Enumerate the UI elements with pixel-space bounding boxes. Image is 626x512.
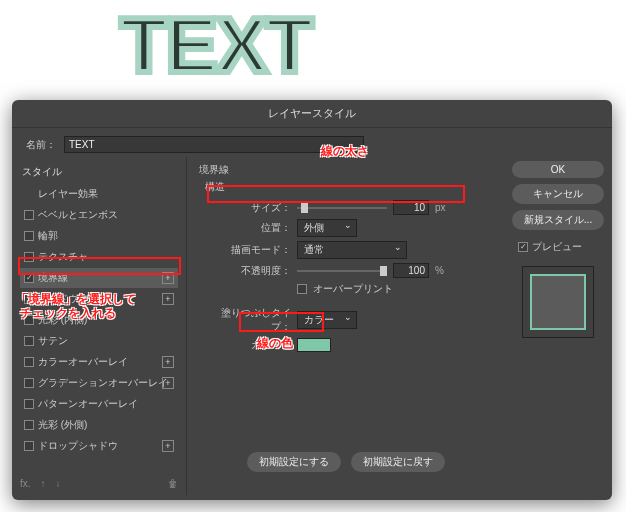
sidebar-item-label: 光彩 (内側) [38, 313, 87, 327]
sample-text: TEXT [120, 0, 311, 91]
size-slider[interactable] [297, 207, 387, 209]
down-icon[interactable]: ↓ [56, 478, 61, 489]
sidebar-item-6[interactable]: 光彩 (内側) [20, 310, 178, 330]
name-input[interactable] [64, 136, 364, 153]
sidebar-item-label: サテン [38, 334, 68, 348]
position-label: 位置： [211, 221, 291, 235]
make-default-button[interactable]: 初期設定にする [247, 452, 341, 472]
sidebar-footer: fx. ↑ ↓ 🗑 [20, 478, 178, 489]
up-icon[interactable]: ↑ [41, 478, 46, 489]
checkbox-icon[interactable] [24, 420, 34, 430]
sidebar-item-label: パターンオーバーレイ [38, 397, 138, 411]
sidebar-item-label: 光彩 (外側) [38, 418, 87, 432]
ok-button[interactable]: OK [512, 161, 604, 178]
sidebar-item-1[interactable]: ベベルとエンボス [20, 205, 178, 225]
sidebar-item-8[interactable]: カラーオーバーレイ+ [20, 352, 178, 372]
checkbox-icon[interactable] [24, 399, 34, 409]
sidebar-item-3[interactable]: テクスチャ [20, 247, 178, 267]
size-label: サイズ： [211, 201, 291, 215]
color-label: カラー： [211, 338, 291, 352]
section-heading: 境界線 [197, 163, 494, 177]
size-row: サイズ： 10 px [211, 200, 494, 215]
checkbox-icon[interactable] [24, 273, 34, 283]
plus-icon[interactable]: + [162, 293, 174, 305]
checkbox-icon[interactable] [24, 210, 34, 220]
opacity-input[interactable]: 100 [393, 263, 429, 278]
sidebar-item-label: 輪郭 [38, 229, 58, 243]
blend-dropdown[interactable]: 通常 [297, 241, 407, 259]
checkbox-icon[interactable] [24, 294, 34, 304]
opacity-unit: % [435, 265, 444, 276]
size-unit: px [435, 202, 446, 213]
cancel-button[interactable]: キャンセル [512, 184, 604, 204]
styles-sidebar: スタイル レイヤー効果ベベルとエンボス輪郭テクスチャ境界線+シャドウ (内側)+… [12, 157, 187, 495]
preview-checkbox[interactable] [518, 242, 528, 252]
plus-icon[interactable]: + [162, 377, 174, 389]
layer-style-dialog: レイヤースタイル 名前： スタイル レイヤー効果ベベルとエンボス輪郭テクスチャ境… [12, 100, 612, 500]
sidebar-item-label: グラデーションオーバーレイ [38, 376, 168, 390]
sidebar-item-11[interactable]: 光彩 (外側) [20, 415, 178, 435]
color-swatch[interactable] [297, 338, 331, 352]
sidebar-item-label: シャドウ (内側) [38, 292, 107, 306]
sidebar-item-label: 境界線 [38, 271, 68, 285]
sidebar-item-12[interactable]: ドロップシャドウ+ [20, 436, 178, 456]
position-dropdown[interactable]: 外側 [297, 219, 357, 237]
new-style-button[interactable]: 新規スタイル... [512, 210, 604, 230]
sidebar-item-label: カラーオーバーレイ [38, 355, 128, 369]
sidebar-item-2[interactable]: 輪郭 [20, 226, 178, 246]
sidebar-item-label: レイヤー効果 [38, 187, 98, 201]
styles-heading: スタイル [20, 161, 178, 183]
sidebar-item-label: テクスチャ [38, 250, 88, 264]
structure-heading: 構造 [197, 180, 494, 194]
filltype-dropdown[interactable]: カラー [297, 311, 357, 329]
sidebar-item-4[interactable]: 境界線+ [20, 268, 178, 288]
checkbox-icon[interactable] [24, 231, 34, 241]
opacity-slider[interactable] [297, 270, 387, 272]
sidebar-item-0[interactable]: レイヤー効果 [20, 184, 178, 204]
right-panel: OK キャンセル 新規スタイル... プレビュー [504, 157, 612, 495]
overprint-label: オーバープリント [313, 282, 393, 296]
sidebar-item-5[interactable]: シャドウ (内側)+ [20, 289, 178, 309]
preview-label: プレビュー [532, 240, 582, 254]
plus-icon[interactable]: + [162, 356, 174, 368]
preview-box [522, 266, 594, 338]
trash-icon[interactable]: 🗑 [168, 478, 178, 489]
checkbox-icon[interactable] [24, 357, 34, 367]
plus-icon[interactable]: + [162, 440, 174, 452]
checkbox-icon[interactable] [24, 252, 34, 262]
dialog-title: レイヤースタイル [12, 100, 612, 128]
sidebar-item-7[interactable]: サテン [20, 331, 178, 351]
sidebar-item-label: ベベルとエンボス [38, 208, 118, 222]
stroke-settings: 境界線 構造 サイズ： 10 px 線の太さ 位置： 外側 描画モード： 通常 … [187, 157, 504, 495]
checkbox-icon[interactable] [24, 378, 34, 388]
reset-default-button[interactable]: 初期設定に戻す [351, 452, 445, 472]
size-input[interactable]: 10 [393, 200, 429, 215]
sidebar-item-9[interactable]: グラデーションオーバーレイ+ [20, 373, 178, 393]
plus-icon[interactable]: + [162, 272, 174, 284]
blend-label: 描画モード： [211, 243, 291, 257]
checkbox-icon[interactable] [24, 315, 34, 325]
checkbox-icon[interactable] [24, 336, 34, 346]
checkbox-icon[interactable] [24, 441, 34, 451]
overprint-checkbox[interactable] [297, 284, 307, 294]
sidebar-item-label: ドロップシャドウ [38, 439, 118, 453]
opacity-label: 不透明度： [211, 264, 291, 278]
sidebar-item-10[interactable]: パターンオーバーレイ [20, 394, 178, 414]
preview-inner [530, 274, 586, 330]
name-label: 名前： [26, 138, 56, 152]
fx-icon[interactable]: fx. [20, 478, 31, 489]
filltype-label: 塗りつぶしタイプ： [211, 306, 291, 334]
